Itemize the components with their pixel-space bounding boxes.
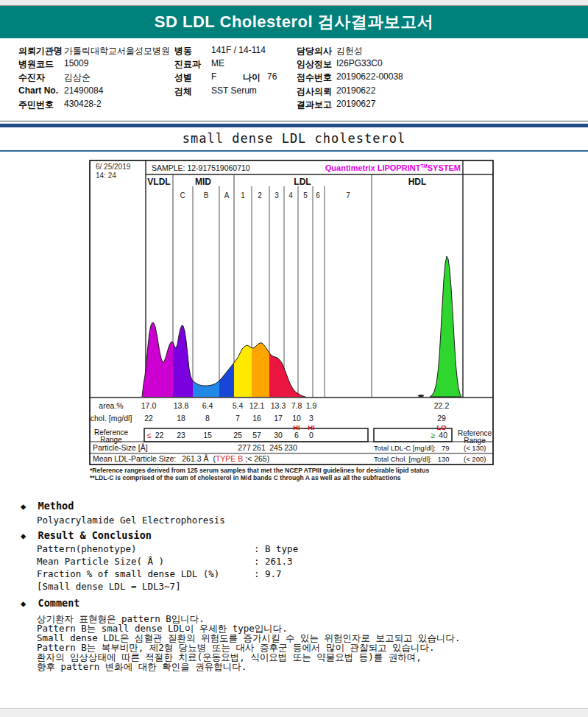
result-row-label: Mean Particle Size( Å )	[37, 556, 164, 567]
chol-value: 17	[274, 414, 283, 423]
chol-value: 29	[437, 414, 446, 423]
fraction-label: C	[180, 191, 185, 199]
total-ldl-label: Total LDL-C [mg/dl]:	[374, 444, 436, 452]
particle-size-label: Particle-Size [Å]	[93, 443, 148, 452]
region-label: MID	[195, 177, 211, 187]
lipoprint-chart: 6/ 25/2019 14: 24 SAMPLE: 12-91751906071…	[0, 0, 588, 501]
fraction-label: 7	[346, 191, 350, 199]
pattern-type-flag: TYPE B	[216, 454, 243, 463]
ref-range-value: ≥40	[431, 431, 448, 439]
total-ldl-ref: (< 130)	[464, 444, 486, 452]
chart-time: 14: 24	[96, 172, 116, 180]
fraction-label: 6	[316, 191, 320, 199]
footnote-1: *Reference ranges derived from 125 serum…	[90, 467, 429, 474]
chol-value: 3	[309, 414, 314, 423]
area-pct-value: 12.1	[249, 401, 265, 410]
result-section-header: ◆ Result & Conclusion	[21, 529, 152, 541]
area-pct-value: 13.3	[271, 401, 286, 410]
diamond-bullet-icon: ◆	[21, 531, 26, 541]
area-row-label: area.%	[99, 401, 123, 410]
area-pct-value: 7.8	[291, 401, 302, 410]
curve-band	[234, 345, 252, 397]
curve-band	[193, 381, 219, 397]
ref-range-symbol: ≤	[147, 431, 152, 439]
ref-range-value: 0	[309, 431, 314, 439]
comment-section-header: ◆ Comment	[21, 597, 79, 609]
total-ldl-row: Total LDL-C [mg/dl]:79	[374, 444, 450, 452]
region-label: HDL	[408, 177, 427, 187]
fraction-label: 1	[241, 191, 245, 199]
result-row-value: 261.3	[265, 556, 293, 567]
brand-tm-mark: TM	[420, 163, 427, 169]
chol-value: 7	[235, 414, 240, 423]
mean-particle-label: Mean LDL-Particle Size:	[93, 454, 176, 463]
sample-id: SAMPLE: 12-917519060710	[152, 163, 250, 172]
brand-logo: Quantimetrix LIPOPRINTTMSYSTEM	[325, 163, 461, 172]
result-row-label: Fraction % of small dense LDL (%)	[37, 568, 219, 579]
comment-header-label: Comment	[38, 597, 80, 609]
area-pct-value: 6.4	[202, 401, 213, 410]
ref-range-value: 23	[177, 431, 185, 439]
chol-row-label: chol. [mg/dl]	[91, 414, 132, 423]
comment-line: 향후 pattern 변화에 대한 확인을 권유합니다.	[37, 661, 247, 674]
chart-dynamic-layer: VLDLMIDLDLHDLCBA123456717.013.86.45.412.…	[141, 177, 461, 452]
fraction-label: 4	[288, 191, 293, 199]
region-label: LDL	[294, 177, 311, 187]
area-pct-value: 1.9	[306, 401, 317, 410]
ref-range-value: 30	[274, 431, 283, 439]
area-pct-value: 13.8	[174, 401, 189, 410]
fraction-label: 5	[303, 191, 308, 199]
area-pct-value: 5.4	[233, 401, 244, 410]
fraction-label: 2	[258, 191, 262, 199]
footnote-2: **LDL-C is comprised of the sum of chole…	[90, 474, 401, 481]
chol-value: 8	[205, 414, 210, 423]
diamond-bullet-icon: ◆	[21, 501, 26, 512]
ref-range-number: 40	[439, 431, 447, 439]
method-body: Polyacrylamide Gel Electrophoresis	[37, 515, 225, 526]
chart-date: 6/ 25/2019	[96, 163, 131, 171]
particle-size-value: 277	[238, 443, 251, 452]
result-row-label: Pattern(phenotype)	[37, 543, 136, 554]
mean-ref-range: ;< 265)	[243, 454, 269, 463]
ref-range-value: 25	[233, 431, 242, 439]
brand-part-2: SYSTEM	[428, 163, 461, 172]
mean-particle-row: Mean LDL-Particle Size:261.3 Å(TYPE B ;<…	[93, 454, 269, 463]
brand-part-1: Quantimetrix LIPOPRINT	[325, 163, 421, 172]
area-pct-value: 17.0	[141, 401, 157, 410]
mean-particle-value: 261.3 Å	[182, 454, 208, 463]
curve-band	[252, 343, 269, 397]
total-ldl-value: 79	[442, 444, 450, 452]
result-row-colon: :	[254, 556, 260, 567]
method-section-header: ◆ Method	[21, 500, 74, 512]
chol-value: 18	[177, 414, 185, 423]
curve-band	[269, 353, 305, 397]
chol-value: 10	[292, 414, 301, 423]
total-chol-value: 130	[438, 455, 450, 463]
ref-range-value: 6	[294, 431, 299, 439]
result-row-colon: :	[254, 543, 260, 554]
fraction-label: A	[224, 191, 230, 199]
fraction-label: 3	[274, 191, 279, 199]
area-pct-value: 22.2	[434, 401, 450, 410]
bottom-bar	[0, 708, 588, 717]
total-chol-row: Total Chol. [mg/dl]:130	[374, 455, 450, 463]
ref-range-number: 22	[155, 431, 164, 439]
ref-range-symbol: ≥	[431, 431, 436, 439]
method-header-label: Method	[38, 500, 74, 512]
gel-speck	[418, 395, 424, 397]
report-page: SD LDL Cholesterol 검사결과보고서 의뢰기관명 가톨릭대학교서…	[0, 0, 588, 717]
chol-value: 22	[144, 414, 153, 423]
hdl-peak	[430, 256, 461, 397]
result-note: [Small dense LDL = LDL3~7]	[37, 581, 181, 592]
result-header-label: Result & Conclusion	[38, 529, 152, 541]
result-row-value: 9.7	[265, 568, 282, 579]
curve-band	[173, 325, 193, 397]
total-chol-label: Total Chol. [mg/dl]:	[374, 455, 432, 463]
fraction-label: B	[204, 191, 209, 199]
result-row-colon: :	[254, 568, 260, 579]
particle-size-value: 261	[252, 443, 266, 452]
total-chol-ref: (< 200)	[464, 455, 486, 463]
region-label: VLDL	[147, 177, 170, 187]
result-row-value: B type	[265, 543, 298, 554]
ref-range-value: 15	[203, 431, 212, 439]
